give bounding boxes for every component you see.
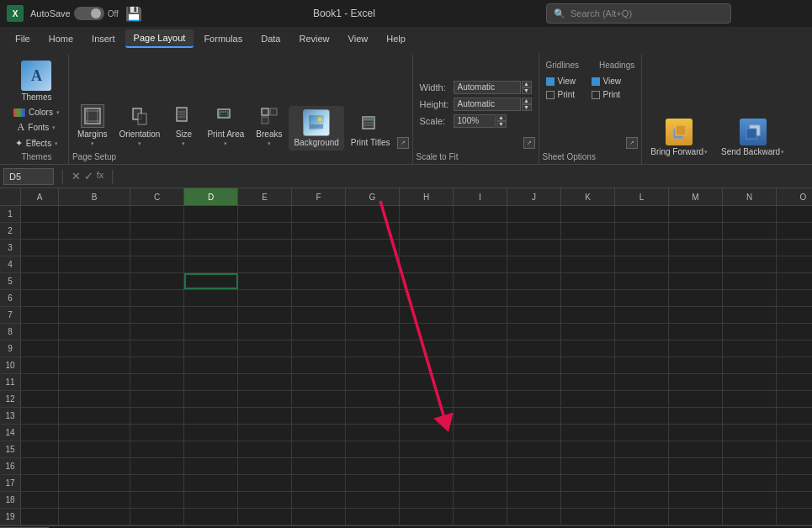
- cell-h11[interactable]: [400, 374, 454, 390]
- cell-c7[interactable]: [130, 307, 184, 323]
- cell-a6[interactable]: [21, 290, 59, 306]
- cell-n7[interactable]: [723, 307, 777, 323]
- cell-k5[interactable]: [561, 273, 615, 289]
- cell-n15[interactable]: [723, 441, 777, 457]
- cell-k12[interactable]: [561, 391, 615, 407]
- scale-dialog-launcher[interactable]: ↗: [523, 137, 535, 149]
- col-header-h[interactable]: H: [400, 188, 454, 205]
- cell-j16[interactable]: [507, 458, 561, 474]
- cell-i15[interactable]: [454, 441, 507, 457]
- cell-b18[interactable]: [59, 492, 130, 508]
- cell-g5[interactable]: [346, 273, 400, 289]
- cell-f16[interactable]: [292, 458, 346, 474]
- cell-d2[interactable]: [184, 223, 238, 239]
- cell-c6[interactable]: [130, 290, 184, 306]
- cell-j4[interactable]: [507, 256, 561, 272]
- cell-h14[interactable]: [400, 425, 454, 441]
- menu-file[interactable]: File: [7, 30, 39, 47]
- cell-l11[interactable]: [615, 374, 669, 390]
- cell-m16[interactable]: [669, 458, 723, 474]
- cell-i17[interactable]: [454, 475, 507, 491]
- cell-f11[interactable]: [292, 374, 346, 390]
- cell-e8[interactable]: [238, 324, 292, 340]
- cell-k19[interactable]: [561, 509, 615, 525]
- cell-k16[interactable]: [561, 458, 615, 474]
- cell-m12[interactable]: [669, 391, 723, 407]
- cell-a12[interactable]: [21, 391, 59, 407]
- cell-e17[interactable]: [238, 475, 292, 491]
- cell-d6[interactable]: [184, 290, 238, 306]
- cell-h1[interactable]: [400, 206, 454, 222]
- cell-a10[interactable]: [21, 357, 59, 373]
- cell-d9[interactable]: [184, 341, 238, 356]
- cell-l14[interactable]: [615, 425, 669, 441]
- cell-j17[interactable]: [507, 475, 561, 491]
- cell-c3[interactable]: [130, 240, 184, 256]
- cell-k1[interactable]: [561, 206, 615, 222]
- cell-f7[interactable]: [292, 307, 346, 323]
- cell-n17[interactable]: [723, 475, 777, 491]
- cell-l18[interactable]: [615, 492, 669, 508]
- cell-c17[interactable]: [130, 475, 184, 491]
- orientation-button[interactable]: Orientation ▾: [114, 101, 165, 150]
- cell-d16[interactable]: [184, 458, 238, 474]
- cell-i14[interactable]: [454, 425, 507, 441]
- cell-m3[interactable]: [669, 240, 723, 256]
- cell-j7[interactable]: [507, 307, 561, 323]
- cell-b15[interactable]: [59, 441, 130, 457]
- cell-n9[interactable]: [723, 341, 777, 356]
- cell-j14[interactable]: [507, 425, 561, 441]
- cell-a8[interactable]: [21, 324, 59, 340]
- cell-n19[interactable]: [723, 509, 777, 525]
- cell-e19[interactable]: [238, 509, 292, 525]
- cell-n10[interactable]: [723, 357, 777, 373]
- cell-g7[interactable]: [346, 307, 400, 323]
- confirm-formula-icon[interactable]: ✓: [84, 170, 93, 182]
- cell-k7[interactable]: [561, 307, 615, 323]
- col-header-m[interactable]: M: [669, 188, 723, 205]
- cell-e1[interactable]: [238, 206, 292, 222]
- cell-m1[interactable]: [669, 206, 723, 222]
- cell-l6[interactable]: [615, 290, 669, 306]
- cell-b17[interactable]: [59, 475, 130, 491]
- cell-i1[interactable]: [454, 206, 507, 222]
- cell-h7[interactable]: [400, 307, 454, 323]
- background-button[interactable]: Background: [289, 106, 343, 150]
- cell-d1[interactable]: [184, 206, 238, 222]
- cell-b19[interactable]: [59, 509, 130, 525]
- cell-i10[interactable]: [454, 357, 507, 373]
- cell-a9[interactable]: [21, 341, 59, 356]
- cell-g16[interactable]: [346, 458, 400, 474]
- cell-d12[interactable]: [184, 391, 238, 407]
- height-up[interactable]: ▲: [522, 98, 532, 104]
- cell-o2[interactable]: [777, 223, 812, 239]
- gridlines-view-checkbox[interactable]: [546, 77, 555, 86]
- cell-f5[interactable]: [292, 273, 346, 289]
- cell-d4[interactable]: [184, 256, 238, 272]
- cell-h3[interactable]: [400, 240, 454, 256]
- menu-data[interactable]: Data: [252, 30, 289, 47]
- cell-j15[interactable]: [507, 441, 561, 457]
- cell-j5[interactable]: [507, 273, 561, 289]
- cell-a14[interactable]: [21, 425, 59, 441]
- cell-l2[interactable]: [615, 223, 669, 239]
- cell-c8[interactable]: [130, 324, 184, 340]
- cell-i13[interactable]: [454, 408, 507, 424]
- cell-a2[interactable]: [21, 223, 59, 239]
- cell-b7[interactable]: [59, 307, 130, 323]
- cell-f1[interactable]: [292, 206, 346, 222]
- cell-h10[interactable]: [400, 357, 454, 373]
- cell-n2[interactable]: [723, 223, 777, 239]
- cell-k10[interactable]: [561, 357, 615, 373]
- cell-c15[interactable]: [130, 441, 184, 457]
- cell-n6[interactable]: [723, 290, 777, 306]
- cell-o6[interactable]: [777, 290, 812, 306]
- cell-h15[interactable]: [400, 441, 454, 457]
- cell-b6[interactable]: [59, 290, 130, 306]
- cell-g13[interactable]: [346, 408, 400, 424]
- cell-g8[interactable]: [346, 324, 400, 340]
- cell-o16[interactable]: [777, 458, 812, 474]
- cell-e3[interactable]: [238, 240, 292, 256]
- cell-a5[interactable]: [21, 273, 59, 289]
- margins-button[interactable]: Margins ▾: [72, 101, 113, 150]
